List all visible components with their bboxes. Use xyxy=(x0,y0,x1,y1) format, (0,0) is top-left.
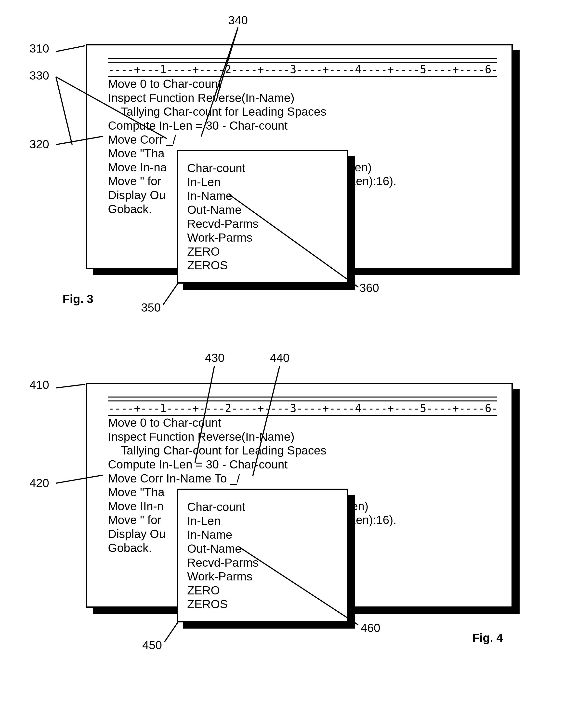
list-item[interactable]: In-Name xyxy=(187,528,338,542)
svg-line-13 xyxy=(164,621,178,642)
callout-460: 460 xyxy=(361,621,380,635)
list-item[interactable]: In-Name xyxy=(187,189,338,203)
figure-caption: Fig. 3 xyxy=(62,292,93,306)
fig3-ruler: ----+---1----+----2----+----3----+----4-… xyxy=(108,62,497,77)
callout-310: 310 xyxy=(29,42,49,55)
fig4-inner-rule xyxy=(108,396,497,397)
callout-350: 350 xyxy=(141,301,161,314)
list-item[interactable]: ZERO xyxy=(187,583,338,598)
list-item[interactable]: ZERO xyxy=(187,245,338,259)
callout-450: 450 xyxy=(142,639,162,652)
list-item[interactable]: In-Len xyxy=(187,514,338,528)
list-item[interactable]: Out-Name xyxy=(187,203,338,217)
list-item[interactable]: In-Len xyxy=(187,175,338,189)
callout-320: 320 xyxy=(29,137,49,151)
list-item[interactable]: Recvd-Parms xyxy=(187,556,338,570)
callout-430: 430 xyxy=(205,351,224,365)
list-item[interactable]: Work-Parms xyxy=(187,231,338,245)
list-item[interactable]: Char-count xyxy=(187,500,338,514)
callout-360: 360 xyxy=(359,281,379,295)
svg-line-7 xyxy=(163,282,178,305)
callout-440: 440 xyxy=(270,351,290,365)
list-item[interactable]: Out-Name xyxy=(187,542,338,556)
list-item[interactable]: Char-count xyxy=(187,161,338,175)
list-item[interactable]: Recvd-Parms xyxy=(187,217,338,231)
list-item[interactable]: Work-Parms xyxy=(187,570,338,583)
svg-line-8 xyxy=(56,384,85,388)
svg-line-0 xyxy=(56,46,85,52)
fig3-inner-rule xyxy=(108,58,497,59)
callout-330: 330 xyxy=(29,69,49,82)
list-item[interactable]: ZEROS xyxy=(187,597,338,612)
callout-410: 410 xyxy=(29,378,49,392)
callout-340: 340 xyxy=(228,14,248,27)
fig4-popup[interactable]: Char-count In-Len In-Name Out-Name Recvd… xyxy=(176,489,348,622)
fig3-popup[interactable]: Char-count In-Len In-Name Out-Name Recvd… xyxy=(176,150,348,284)
svg-line-5 xyxy=(56,77,72,145)
fig4-ruler: ----+---1----+----2----+----3----+----4-… xyxy=(108,400,497,416)
callout-420: 420 xyxy=(29,476,49,490)
list-item[interactable]: ZEROS xyxy=(187,259,338,272)
figure-caption: Fig. 4 xyxy=(472,631,503,645)
